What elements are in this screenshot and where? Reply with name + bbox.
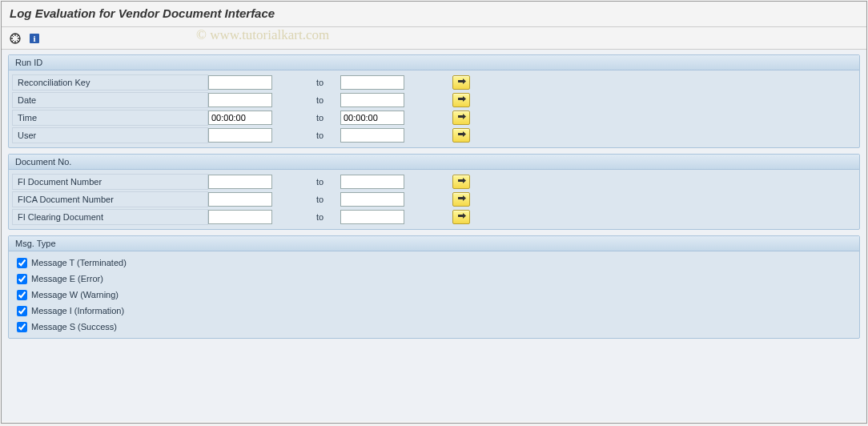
group-header-msg-type: Msg. Type	[9, 236, 859, 251]
to-label: to	[316, 131, 340, 140]
input-fi-clearing-doc-from[interactable]	[208, 210, 272, 224]
check-row-success: Message S (Success)	[9, 319, 859, 335]
multi-select-button[interactable]	[452, 75, 470, 90]
svg-text:i: i	[33, 34, 35, 43]
to-label: to	[316, 95, 340, 105]
body-area: Run ID Reconciliation Key to Date to	[2, 50, 866, 421]
multi-select-button[interactable]	[452, 192, 470, 207]
row-reconciliation-key: Reconciliation Key to	[9, 74, 859, 91]
multi-select-button[interactable]	[452, 111, 470, 125]
row-user: User to	[9, 127, 859, 144]
check-row-terminated: Message T (Terminated)	[9, 255, 859, 271]
input-time-from[interactable]	[208, 111, 272, 125]
group-content-run-id: Reconciliation Key to Date to	[9, 70, 859, 147]
check-row-information: Message I (Information)	[9, 303, 859, 319]
checkbox-success[interactable]	[17, 322, 27, 332]
row-date: Date to	[9, 91, 859, 109]
label-fi-doc-number: FI Document Number	[12, 174, 208, 190]
multi-select-button[interactable]	[452, 93, 470, 107]
input-fi-clearing-doc-to[interactable]	[340, 210, 404, 224]
to-label: to	[316, 195, 340, 204]
row-fi-doc-number: FI Document Number to	[9, 173, 859, 191]
label-reconciliation-key: Reconciliation Key	[12, 74, 208, 90]
label-user: User	[12, 127, 208, 143]
toolbar: i	[2, 27, 866, 50]
checkbox-warning[interactable]	[17, 290, 27, 300]
label-time: Time	[12, 110, 208, 126]
multi-select-button[interactable]	[452, 128, 470, 143]
group-doc-no: Document No. FI Document Number to FICA …	[8, 154, 860, 230]
to-label: to	[316, 177, 340, 187]
input-fi-doc-number-from[interactable]	[208, 175, 272, 189]
input-fica-doc-number-to[interactable]	[340, 192, 404, 207]
input-user-from[interactable]	[208, 128, 272, 143]
group-content-msg-type: Message T (Terminated) Message E (Error)…	[9, 251, 859, 338]
to-label: to	[316, 113, 340, 123]
label-date: Date	[12, 92, 208, 108]
page-title: Log Evaluation for Vendor Document Inter…	[2, 2, 866, 27]
checkbox-error[interactable]	[17, 274, 27, 284]
checkbox-label-information: Message I (Information)	[31, 306, 124, 315]
input-reconciliation-key-from[interactable]	[208, 75, 272, 90]
label-fi-clearing-doc: FI Clearing Document	[12, 209, 208, 225]
app-window: Log Evaluation for Vendor Document Inter…	[1, 1, 867, 424]
checkbox-label-error: Message E (Error)	[31, 274, 103, 283]
checkbox-label-success: Message S (Success)	[31, 322, 117, 332]
group-header-run-id: Run ID	[9, 55, 859, 70]
input-date-from[interactable]	[208, 93, 272, 107]
group-run-id: Run ID Reconciliation Key to Date to	[8, 54, 860, 148]
to-label: to	[316, 78, 340, 87]
input-date-to[interactable]	[340, 93, 404, 107]
input-fica-doc-number-from[interactable]	[208, 192, 272, 207]
info-icon[interactable]: i	[27, 31, 42, 46]
multi-select-button[interactable]	[452, 210, 470, 224]
group-header-doc-no: Document No.	[9, 155, 859, 170]
group-msg-type: Msg. Type Message T (Terminated) Message…	[8, 235, 860, 339]
checkbox-label-terminated: Message T (Terminated)	[31, 258, 127, 267]
checkbox-label-warning: Message W (Warning)	[31, 290, 119, 299]
row-fica-doc-number: FICA Document Number to	[9, 191, 859, 208]
input-user-to[interactable]	[340, 128, 404, 143]
row-fi-clearing-doc: FI Clearing Document to	[9, 208, 859, 226]
multi-select-button[interactable]	[452, 175, 470, 189]
input-time-to[interactable]	[340, 111, 404, 125]
group-content-doc-no: FI Document Number to FICA Document Numb…	[9, 170, 859, 229]
check-row-warning: Message W (Warning)	[9, 287, 859, 303]
to-label: to	[316, 212, 340, 222]
checkbox-terminated[interactable]	[17, 258, 27, 268]
input-fi-doc-number-to[interactable]	[340, 175, 404, 189]
input-reconciliation-key-to[interactable]	[340, 75, 404, 90]
label-fica-doc-number: FICA Document Number	[12, 191, 208, 207]
execute-icon[interactable]	[8, 31, 22, 46]
check-row-error: Message E (Error)	[9, 271, 859, 287]
checkbox-information[interactable]	[17, 306, 27, 316]
row-time: Time to	[9, 109, 859, 127]
